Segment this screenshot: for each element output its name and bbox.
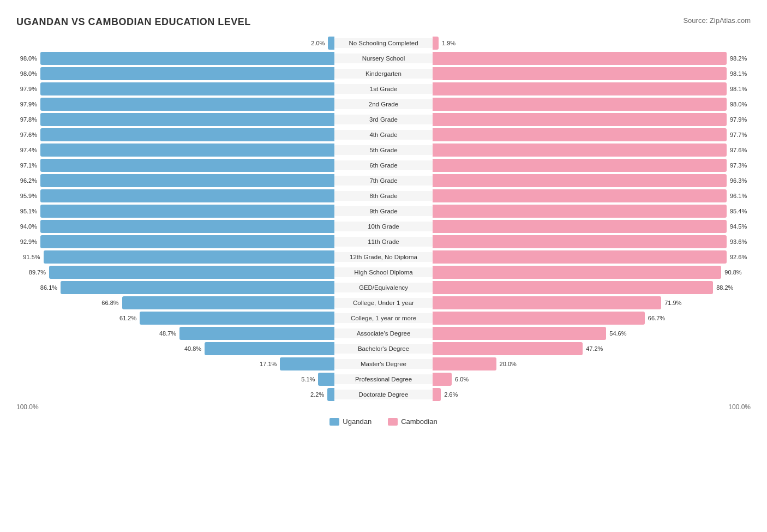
bar-center-label: 9th Grade xyxy=(334,206,433,216)
legend-cambodian: Cambodian xyxy=(388,417,438,426)
bar-row: 48.7%Associate's Degree54.6% xyxy=(16,327,751,340)
left-section: 95.1% xyxy=(16,205,334,218)
bar-right xyxy=(433,388,441,401)
bar-right xyxy=(433,296,661,309)
bar-row: 97.9%2nd Grade98.0% xyxy=(16,98,751,111)
legend-cambodian-label: Cambodian xyxy=(401,417,438,426)
bar-left xyxy=(328,37,334,50)
bar-left-label: 95.1% xyxy=(16,208,37,214)
bar-row: 97.6%4th Grade97.7% xyxy=(16,128,751,141)
bar-left xyxy=(205,342,334,355)
bar-center-label: Professional Degree xyxy=(334,374,433,384)
bar-row: 2.0%No Schooling Completed1.9% xyxy=(16,37,751,50)
left-section: 17.1% xyxy=(16,357,334,370)
bar-row: 97.9%1st Grade98.1% xyxy=(16,82,751,95)
bar-right xyxy=(433,220,727,233)
bar-right xyxy=(433,266,721,279)
bar-row: 40.8%Bachelor's Degree47.2% xyxy=(16,342,751,355)
bar-center-label: No Schooling Completed xyxy=(334,38,433,48)
left-section: 98.0% xyxy=(16,52,334,65)
right-section: 88.2% xyxy=(433,281,751,294)
bar-right-label: 1.9% xyxy=(442,40,463,46)
bar-row: 61.2%College, 1 year or more66.7% xyxy=(16,312,751,325)
bar-left-label: 96.2% xyxy=(16,177,37,184)
bar-row: 98.0%Kindergarten98.1% xyxy=(16,67,751,80)
bar-right-label: 98.2% xyxy=(730,55,751,62)
bar-right-label: 92.6% xyxy=(730,254,751,260)
legend-cambodian-box xyxy=(388,418,398,426)
bar-center-label: 4th Grade xyxy=(334,130,433,140)
bar-left xyxy=(40,189,334,202)
bar-center-label: 5th Grade xyxy=(334,145,433,155)
bar-left-label: 98.0% xyxy=(16,55,37,62)
bar-right xyxy=(433,373,452,386)
left-section: 66.8% xyxy=(16,296,334,309)
bar-center-label: Doctorate Degree xyxy=(334,390,433,399)
right-section: 6.0% xyxy=(433,373,751,386)
bar-right-label: 20.0% xyxy=(500,361,520,367)
bar-left-label: 40.8% xyxy=(181,345,201,352)
axis-row: 100.0% 100.0% xyxy=(16,403,751,411)
bar-right-label: 97.6% xyxy=(730,147,751,153)
bar-left xyxy=(40,98,334,111)
bar-right-label: 97.7% xyxy=(730,131,751,138)
bar-left xyxy=(40,159,334,172)
bar-left xyxy=(327,388,334,401)
bar-left-label: 5.1% xyxy=(294,376,315,382)
bar-center-label: College, 1 year or more xyxy=(334,313,433,323)
bar-right xyxy=(433,250,727,264)
bar-left-label: 97.1% xyxy=(16,162,37,169)
left-section: 2.2% xyxy=(16,388,334,401)
bar-right xyxy=(433,144,727,157)
bar-left xyxy=(122,296,334,309)
right-section: 97.9% xyxy=(433,113,751,126)
bar-right xyxy=(433,113,727,126)
bar-left xyxy=(40,235,334,248)
bar-left xyxy=(40,128,334,141)
bar-center-label: GED/Equivalency xyxy=(334,283,433,292)
bar-center-label: 2nd Grade xyxy=(334,99,433,109)
right-section: 96.3% xyxy=(433,174,751,187)
bar-left xyxy=(40,82,334,95)
bar-left-label: 97.4% xyxy=(16,147,37,153)
bar-center-label: 1st Grade xyxy=(334,84,433,94)
bar-row: 97.8%3rd Grade97.9% xyxy=(16,113,751,126)
bar-right xyxy=(433,205,727,218)
bar-left xyxy=(40,52,334,65)
left-section: 97.6% xyxy=(16,128,334,141)
bar-row: 95.1%9th Grade95.4% xyxy=(16,205,751,218)
right-section: 92.6% xyxy=(433,250,751,264)
bar-left-label: 89.7% xyxy=(25,269,46,276)
bar-right-label: 47.2% xyxy=(586,345,607,352)
left-section: 61.2% xyxy=(16,312,334,325)
bar-right xyxy=(433,174,727,187)
bar-left-label: 91.5% xyxy=(20,254,40,260)
chart-source: Source: ZipAtlas.com xyxy=(683,16,751,25)
bar-left xyxy=(318,373,334,386)
bar-right-label: 71.9% xyxy=(664,300,685,306)
bar-center-label: Nursery School xyxy=(334,53,433,63)
left-section: 98.0% xyxy=(16,67,334,80)
bar-row: 95.9%8th Grade96.1% xyxy=(16,189,751,202)
bar-row: 92.9%11th Grade93.6% xyxy=(16,235,751,248)
right-section: 98.0% xyxy=(433,98,751,111)
bar-row: 86.1%GED/Equivalency88.2% xyxy=(16,281,751,294)
right-section: 20.0% xyxy=(433,357,751,370)
bar-left-label: 48.7% xyxy=(155,330,176,337)
right-section: 97.6% xyxy=(433,144,751,157)
bar-right xyxy=(433,98,727,111)
bar-left-label: 98.0% xyxy=(16,70,37,77)
right-section: 98.1% xyxy=(433,82,751,95)
bar-right-label: 96.3% xyxy=(730,177,751,184)
legend: Ugandan Cambodian xyxy=(16,417,751,426)
bar-right xyxy=(433,281,713,294)
right-section: 66.7% xyxy=(433,312,751,325)
bar-center-label: Kindergarten xyxy=(334,69,433,79)
bar-left-label: 94.0% xyxy=(16,223,37,230)
bar-left-label: 66.8% xyxy=(98,300,119,306)
bar-center-label: College, Under 1 year xyxy=(334,298,433,308)
left-section: 89.7% xyxy=(16,266,334,279)
right-section: 97.3% xyxy=(433,159,751,172)
bar-left-label: 86.1% xyxy=(37,284,57,291)
bar-left-label: 97.6% xyxy=(16,131,37,138)
